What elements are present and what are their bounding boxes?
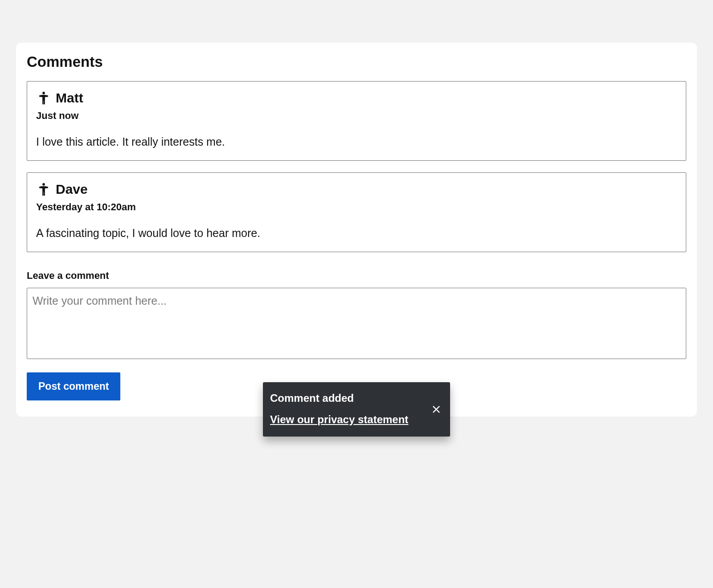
comments-heading: Comments xyxy=(27,53,686,70)
privacy-statement-link[interactable]: View our privacy statement xyxy=(270,413,408,426)
comment-header: Matt xyxy=(36,90,677,106)
toast-notification: Comment added View our privacy statement xyxy=(263,382,450,437)
close-icon xyxy=(431,404,441,414)
toast-close-button[interactable] xyxy=(429,402,444,417)
toast-title: Comment added xyxy=(270,392,426,404)
post-comment-button[interactable]: Post comment xyxy=(27,372,120,400)
svg-point-1 xyxy=(42,183,45,186)
comment-timestamp: Yesterday at 10:20am xyxy=(36,201,677,213)
comment-body: A fascinating topic, I would love to hea… xyxy=(36,225,677,241)
comment-textarea[interactable] xyxy=(27,288,686,359)
leave-comment-label: Leave a comment xyxy=(27,270,686,282)
svg-point-0 xyxy=(42,92,45,94)
comment-author: Dave xyxy=(56,182,88,197)
comment-body: I love this article. It really interests… xyxy=(36,134,677,150)
comment-item: Matt Just now I love this article. It re… xyxy=(27,81,686,161)
comment-item: Dave Yesterday at 10:20am A fascinating … xyxy=(27,172,686,252)
person-icon xyxy=(36,90,51,106)
comment-author: Matt xyxy=(56,90,83,106)
person-icon xyxy=(36,182,51,197)
comment-header: Dave xyxy=(36,182,677,197)
comments-card: Comments Matt Just now I love this artic… xyxy=(16,43,697,416)
comment-timestamp: Just now xyxy=(36,110,677,122)
